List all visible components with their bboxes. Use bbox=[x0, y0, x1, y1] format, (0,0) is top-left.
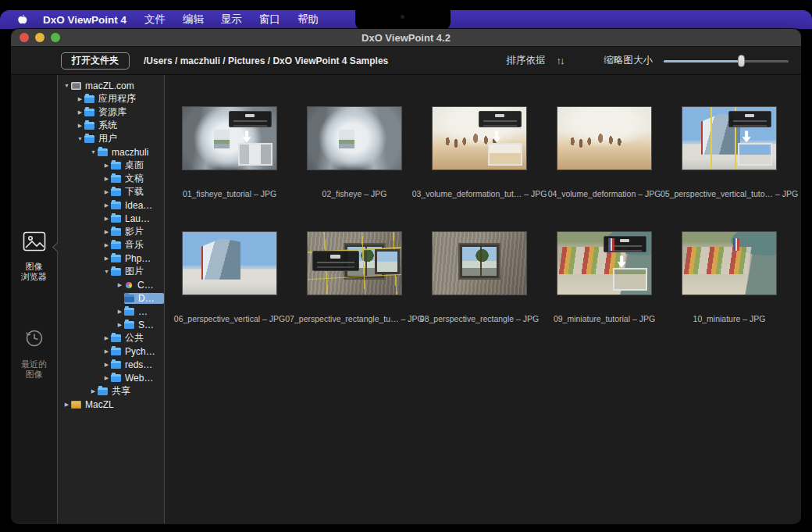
thumbnail-item[interactable]: 07_perspective_rectangle_tu… – JPG bbox=[292, 231, 417, 356]
disclosure-triangle-icon[interactable]: ▶ bbox=[102, 362, 111, 368]
sort-direction-icon[interactable]: ↑↓ bbox=[557, 55, 564, 66]
disclosure-triangle-icon[interactable]: ▶ bbox=[89, 388, 98, 395]
thumbnail-image[interactable] bbox=[682, 231, 777, 295]
tree-item[interactable]: ▶ Idea… bbox=[58, 198, 164, 212]
disclosure-triangle-icon[interactable]: ▶ bbox=[102, 242, 111, 248]
disclosure-triangle-icon[interactable]: ▶ bbox=[76, 123, 84, 129]
thumbnail-item[interactable]: 01_fisheye_tutorial – JPG bbox=[167, 106, 292, 231]
tree-item[interactable]: ▶ 系统 bbox=[58, 119, 164, 132]
disclosure-triangle-icon[interactable]: ▶ bbox=[102, 229, 111, 235]
apple-menu-icon[interactable] bbox=[17, 13, 27, 26]
thumbnail-caption: 05_perspective_vertical_tuto… – JPG bbox=[661, 189, 798, 198]
thumbnail-image[interactable] bbox=[432, 106, 527, 170]
thumbnail-size-slider[interactable] bbox=[664, 55, 789, 67]
menu-item-edit[interactable]: 编辑 bbox=[183, 12, 204, 27]
tree-item[interactable]: ▶ Php… bbox=[58, 252, 164, 265]
thumbnail-caption: 09_miniature_tutorial – JPG bbox=[554, 314, 655, 323]
menu-item-view[interactable]: 显示 bbox=[221, 12, 242, 27]
thumbnail-image[interactable] bbox=[432, 231, 527, 295]
tree-item[interactable]: ▶ Pych… bbox=[58, 345, 164, 358]
tree-item[interactable]: ▶ 影片 bbox=[58, 225, 164, 238]
tree-item[interactable]: ▼ 用户 bbox=[58, 132, 164, 145]
thumbnail-item[interactable]: 05_perspective_vertical_tuto… – JPG bbox=[667, 106, 792, 231]
thumbnail-item[interactable]: 02_fisheye – JPG bbox=[292, 106, 417, 231]
tree-item[interactable]: ▶ MacZL bbox=[58, 398, 164, 411]
disk-icon bbox=[71, 401, 81, 409]
disclosure-triangle-icon[interactable]: ▶ bbox=[102, 348, 111, 355]
tree-item-label: Web… bbox=[125, 373, 153, 384]
window-titlebar[interactable]: DxO ViewPoint 4.2 bbox=[11, 29, 801, 47]
thumbnail-image[interactable] bbox=[307, 106, 402, 170]
rail-item-recent-images[interactable]: 最近的图像 bbox=[21, 327, 47, 380]
folder-icon bbox=[111, 334, 121, 342]
disclosure-triangle-icon[interactable]: ▶ bbox=[102, 335, 111, 341]
disclosure-triangle-icon[interactable]: ▶ bbox=[102, 162, 111, 169]
disclosure-triangle-icon[interactable]: ▶ bbox=[116, 309, 124, 315]
tree-item[interactable]: ▶ Web… bbox=[58, 371, 164, 384]
tree-item[interactable]: ▼ maczhuli bbox=[58, 145, 164, 159]
disclosure-triangle-icon[interactable]: ▼ bbox=[76, 136, 84, 141]
disclosure-triangle-icon[interactable]: ▶ bbox=[76, 96, 84, 102]
thumbnail-item[interactable]: 09_miniature_tutorial – JPG bbox=[542, 231, 667, 356]
tree-item[interactable]: ▼ macZL.com bbox=[58, 79, 164, 92]
rail-item-image-browser[interactable]: 图像浏览器 bbox=[21, 231, 47, 282]
disclosure-triangle-icon[interactable]: ▶ bbox=[62, 402, 71, 408]
disclosure-triangle-icon[interactable]: ▶ bbox=[102, 202, 111, 209]
close-button[interactable] bbox=[20, 33, 29, 42]
disclosure-triangle-icon[interactable]: ▶ bbox=[76, 109, 84, 116]
thumbnail-item[interactable]: 03_volume_deformation_tut… – JPG bbox=[417, 106, 542, 231]
open-folder-button[interactable]: 打开文件夹 bbox=[61, 52, 130, 70]
tree-item[interactable]: ▶ 共享 bbox=[58, 384, 164, 398]
tree-item[interactable]: ▶ reds… bbox=[58, 358, 164, 371]
menu-item-help[interactable]: 帮助 bbox=[297, 12, 319, 27]
disclosure-triangle-icon[interactable]: ▶ bbox=[102, 255, 111, 262]
disclosure-triangle-icon[interactable]: ▼ bbox=[102, 269, 111, 274]
tree-item[interactable]: ▶ 下载 bbox=[58, 185, 164, 198]
disclosure-triangle-icon[interactable]: ▶ bbox=[116, 322, 124, 328]
thumbnail-item[interactable]: 04_volume_deformation – JPG bbox=[542, 106, 667, 231]
tree-item[interactable]: ▶ 文稿 bbox=[58, 172, 164, 185]
folder-icon bbox=[111, 268, 121, 276]
folder-icon bbox=[111, 361, 121, 369]
thumbnail-image[interactable] bbox=[557, 106, 652, 170]
tree-item[interactable]: ▶ … bbox=[58, 305, 164, 318]
disclosure-triangle-icon[interactable]: ▼ bbox=[62, 83, 71, 88]
tree-item-label: 下载 bbox=[125, 185, 144, 198]
tree-item[interactable]: ▶ 桌面 bbox=[58, 159, 164, 172]
thumbnail-image[interactable] bbox=[307, 231, 402, 295]
thumbnail-item[interactable]: 10_miniature – JPG bbox=[667, 231, 792, 356]
thumbnail-image[interactable] bbox=[682, 106, 777, 170]
minimize-button[interactable] bbox=[35, 33, 45, 42]
menu-item-file[interactable]: 文件 bbox=[144, 12, 166, 27]
menu-app-name[interactable]: DxO ViewPoint 4 bbox=[43, 14, 126, 26]
disclosure-triangle-icon[interactable]: ▶ bbox=[102, 176, 111, 182]
thumbnail-item[interactable]: 06_perspective_vertical – JPG bbox=[167, 231, 292, 356]
tree-item-label: 桌面 bbox=[125, 159, 144, 172]
thumbnail-caption: 03_volume_deformation_tut… – JPG bbox=[412, 189, 547, 198]
disclosure-triangle-icon[interactable]: ▶ bbox=[102, 375, 111, 381]
tree-item[interactable]: ▶ S… bbox=[58, 318, 164, 331]
disclosure-triangle-icon[interactable]: ▶ bbox=[102, 189, 111, 195]
slider-knob[interactable] bbox=[738, 55, 745, 67]
thumbnail-item[interactable]: 08_perspective_rectangle – JPG bbox=[417, 231, 542, 356]
folder-icon bbox=[84, 95, 94, 103]
thumbnail-image[interactable] bbox=[182, 106, 277, 170]
tree-item[interactable]: ▼ 图片 bbox=[58, 265, 164, 278]
zoom-button[interactable] bbox=[51, 33, 60, 42]
tree-item[interactable]: D… bbox=[58, 291, 164, 305]
thumbnail-image[interactable] bbox=[557, 231, 652, 295]
menu-item-window[interactable]: 窗口 bbox=[259, 12, 280, 27]
display-notch bbox=[355, 0, 451, 30]
disclosure-triangle-icon[interactable]: ▶ bbox=[102, 216, 111, 222]
tree-item[interactable]: ▶ 资源库 bbox=[58, 105, 164, 119]
disclosure-triangle-icon[interactable]: ▼ bbox=[89, 149, 98, 155]
tree-item[interactable]: ▶ 公共 bbox=[58, 331, 164, 345]
tree-item[interactable]: ▶ Lau… bbox=[58, 212, 164, 225]
folder-icon bbox=[111, 255, 121, 262]
disclosure-triangle-icon[interactable]: ▶ bbox=[116, 282, 124, 288]
thumbnail-image[interactable] bbox=[182, 231, 277, 295]
tree-item[interactable]: ▶ 音乐 bbox=[58, 238, 164, 252]
tree-item[interactable]: ▶ C… bbox=[58, 278, 164, 291]
tree-item[interactable]: ▶ 应用程序 bbox=[58, 92, 164, 105]
tree-item-label: Lau… bbox=[125, 213, 150, 224]
